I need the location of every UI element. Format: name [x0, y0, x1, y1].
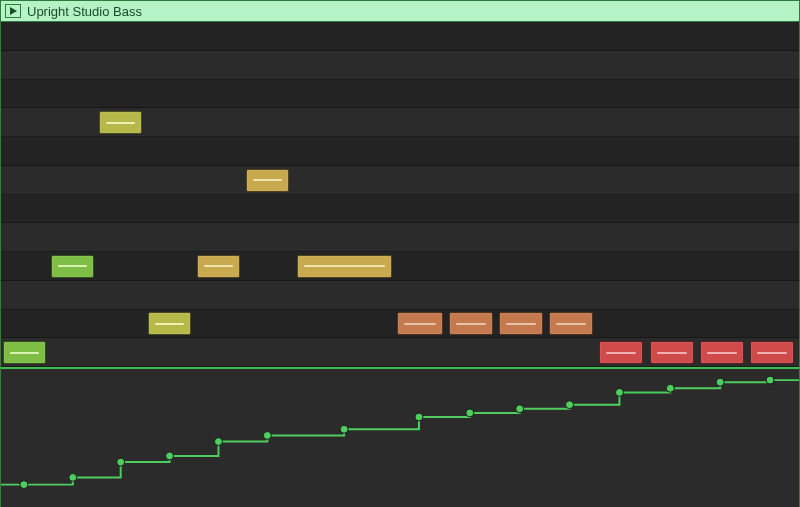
velocity-graph [1, 369, 799, 507]
velocity-lane[interactable] [0, 367, 800, 507]
velocity-handle[interactable] [615, 388, 623, 396]
region-header[interactable]: Upright Studio Bass [0, 0, 800, 22]
velocity-line [1, 380, 799, 485]
midi-note[interactable] [499, 312, 543, 335]
region-title: Upright Studio Bass [27, 4, 142, 19]
midi-note[interactable] [449, 312, 493, 335]
velocity-handle[interactable] [214, 438, 222, 446]
velocity-handle[interactable] [466, 409, 474, 417]
play-icon [9, 7, 17, 15]
velocity-handle[interactable] [666, 384, 674, 392]
pitch-row[interactable] [1, 22, 799, 51]
pitch-row[interactable] [1, 195, 799, 224]
velocity-handle[interactable] [415, 413, 423, 421]
velocity-handle[interactable] [263, 431, 271, 439]
midi-note[interactable] [197, 255, 240, 278]
midi-note[interactable] [99, 111, 142, 134]
pitch-row[interactable] [1, 166, 799, 195]
svg-marker-0 [10, 7, 17, 15]
midi-note[interactable] [549, 312, 593, 335]
midi-note[interactable] [297, 255, 392, 278]
velocity-handle[interactable] [340, 425, 348, 433]
velocity-handle[interactable] [69, 474, 77, 482]
pitch-row[interactable] [1, 137, 799, 166]
velocity-handle[interactable] [716, 378, 724, 386]
play-button[interactable] [5, 4, 21, 18]
midi-note[interactable] [246, 169, 289, 192]
velocity-handle[interactable] [117, 458, 125, 466]
velocity-handle[interactable] [766, 376, 774, 384]
velocity-handle[interactable] [166, 452, 174, 460]
pitch-row[interactable] [1, 51, 799, 80]
midi-note[interactable] [700, 341, 744, 364]
midi-note[interactable] [650, 341, 694, 364]
midi-note[interactable] [51, 255, 94, 278]
pitch-row[interactable] [1, 223, 799, 252]
velocity-handle[interactable] [20, 481, 28, 489]
midi-note[interactable] [599, 341, 643, 364]
midi-note[interactable] [148, 312, 191, 335]
midi-note[interactable] [3, 341, 46, 364]
pitch-row[interactable] [1, 281, 799, 310]
pitch-row[interactable] [1, 80, 799, 109]
pitch-row[interactable] [1, 252, 799, 281]
midi-note[interactable] [750, 341, 794, 364]
velocity-handle[interactable] [566, 401, 574, 409]
midi-note[interactable] [397, 312, 443, 335]
velocity-handle[interactable] [516, 405, 524, 413]
piano-roll[interactable] [0, 22, 800, 367]
